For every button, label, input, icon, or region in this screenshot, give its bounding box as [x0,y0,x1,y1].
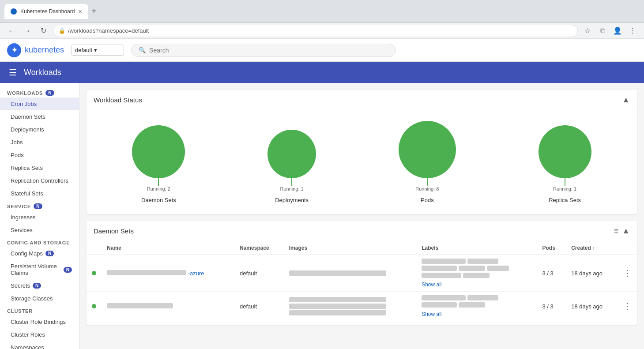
sidebar-item-cluster-role-bindings[interactable]: Cluster Role Bindings [0,315,79,328]
sidebar-item-deployments[interactable]: Deployments [0,123,79,136]
workload-status-card: Workload Status ▲ Running: 2 Daemon Sets [87,90,637,214]
th-labels: Labels [416,241,537,255]
daemon-sets-running-label: Running: 2 [147,186,170,191]
sidebar-item-pods[interactable]: Pods [0,149,79,161]
config-maps-badge: N [45,251,54,256]
tab-close-button[interactable]: × [78,8,82,15]
sidebar-item-cluster-roles[interactable]: Cluster Roles [0,328,79,341]
row-labels-cell: Show all [416,255,537,292]
workload-status-header: Workload Status ▲ [87,90,637,110]
filter-button[interactable]: ≡ [614,226,619,236]
daemon-sets-circle [132,125,185,178]
sidebar-item-replica-sets[interactable]: Replica Sets [0,161,79,174]
row-action-cell[interactable]: ⋮ [618,255,637,292]
image-blurred-1 [289,270,386,276]
label-chip-2c [422,302,457,308]
sidebar-section-config[interactable]: Config and Storage [0,236,79,247]
sidebar-item-daemon-sets[interactable]: Daemon Sets [0,110,79,123]
sidebar-item-ingresses[interactable]: Ingresses [0,211,79,224]
label-chip-2b [467,295,498,300]
table-header-row: Name Namespace Images Labels [87,241,637,255]
collapse-daemon-sets-button[interactable]: ▲ [622,226,630,236]
show-all-labels-2[interactable]: Show all [422,311,531,317]
sidebar-item-label: Deployments [11,126,44,133]
sidebar-item-workloads[interactable]: Cron Jobs [0,98,79,110]
url-bar[interactable]: 🔒 /workloads?namespace=default [53,25,578,37]
label-row-3 [422,273,531,278]
hamburger-icon[interactable]: ☰ [9,67,17,78]
daemon-sets-table-wrapper: Name Namespace Images Labels [87,241,637,325]
label-chip-1g [463,273,490,278]
collapse-button[interactable]: ▲ [622,95,630,105]
sidebar-item-pvc[interactable]: Persistent Volume Claims N [0,260,79,279]
sidebar-item-label: Ingresses [11,214,35,221]
th-status [87,241,102,255]
replica-sets-running-label: Running: 1 [553,186,576,191]
image-blurred-2c [289,310,386,315]
sidebar-item-jobs[interactable]: Jobs [0,136,79,149]
pods-circle [399,121,456,178]
th-pods: Pods [537,241,566,255]
sidebar-item-label: Persistent Volume Claims [11,263,61,276]
sidebar-item-secrets[interactable]: Secrets N [0,279,79,292]
tab-favicon [11,8,17,15]
sidebar: Workloads N Cron Jobs Daemon Sets Deploy… [0,83,79,349]
sidebar-section-service[interactable]: Service N [0,200,79,211]
th-created[interactable]: Created ↑ [566,241,618,255]
search-bar[interactable]: 🔍 [131,44,396,57]
page-header: ☰ Workloads [0,62,644,83]
namespace-selector[interactable]: default ▾ [71,45,124,56]
sidebar-section-cluster[interactable]: Cluster [0,305,79,315]
sidebar-item-label: Stateful Sets [11,190,43,197]
sidebar-item-label: Cluster Roles [11,331,45,338]
pods-name: Pods [421,197,434,203]
namespace-value-2: default [240,303,257,310]
forward-button[interactable]: → [21,25,34,37]
row-action-cell-2[interactable]: ⋮ [618,292,637,321]
th-name[interactable]: Name [102,241,234,255]
menu-button[interactable]: ⋮ [626,25,639,37]
row-labels-cell-2: Show all [416,292,537,321]
labels-container-1: Show all [422,259,531,288]
label-chip-1e [487,266,509,271]
show-all-labels-1[interactable]: Show all [422,281,531,288]
sidebar-item-label: Storage Classes [11,295,53,302]
chart-replica-sets: Running: 1 Replica Sets [539,125,591,203]
search-input[interactable] [149,47,388,54]
daemon-sets-table: Name Namespace Images Labels [87,241,637,321]
reload-button[interactable]: ↻ [37,25,49,37]
sidebar-item-namespaces[interactable]: Namespaces [0,341,79,349]
app-header: ✦ kubernetes default ▾ 🔍 [0,39,644,62]
extensions-button[interactable]: ⧉ [596,25,609,37]
daemon-sets-actions: ≡ ▲ [614,226,630,236]
row-namespace-cell-2: default [234,292,284,321]
browser-tab[interactable]: Kubernetes Dashboard × [4,4,88,19]
label-chip-2d [459,302,485,308]
row-pods-cell-2: 3 / 3 [537,292,566,321]
chevron-down-icon: ▾ [94,47,97,53]
bookmark-button[interactable]: ☆ [581,25,594,37]
row-name-cell[interactable]: -azure [102,255,234,292]
sidebar-item-config-maps[interactable]: Config Maps N [0,247,79,260]
sidebar-item-label: Cron Jobs [11,101,37,107]
sidebar-item-replication-controllers[interactable]: Replication Controllers [0,174,79,187]
pods-connector [427,178,428,186]
sidebar-item-storage-classes[interactable]: Storage Classes [0,292,79,305]
labels-container-2: Show all [422,295,531,317]
profile-button[interactable]: 👤 [611,25,624,37]
sidebar-item-stateful-sets[interactable]: Stateful Sets [0,187,79,200]
status-charts-container: Running: 2 Daemon Sets Running: 1 Deploy [87,110,637,214]
replica-sets-circle [539,125,591,178]
row-menu-icon-2[interactable]: ⋮ [623,301,632,311]
row-name-cell-2[interactable] [102,292,234,321]
back-button[interactable]: ← [5,25,18,37]
new-tab-button[interactable]: + [92,7,97,16]
workloads-label: Workloads [7,90,43,96]
daemon-sets-circle-wrapper: Running: 2 [132,125,185,191]
th-namespace: Namespace [234,241,284,255]
sidebar-section-workloads[interactable]: Workloads N [0,86,79,98]
search-icon: 🔍 [139,47,146,53]
daemon-sets-connector [158,178,159,186]
row-menu-icon-1[interactable]: ⋮ [623,268,632,278]
sidebar-item-services[interactable]: Services [0,224,79,236]
